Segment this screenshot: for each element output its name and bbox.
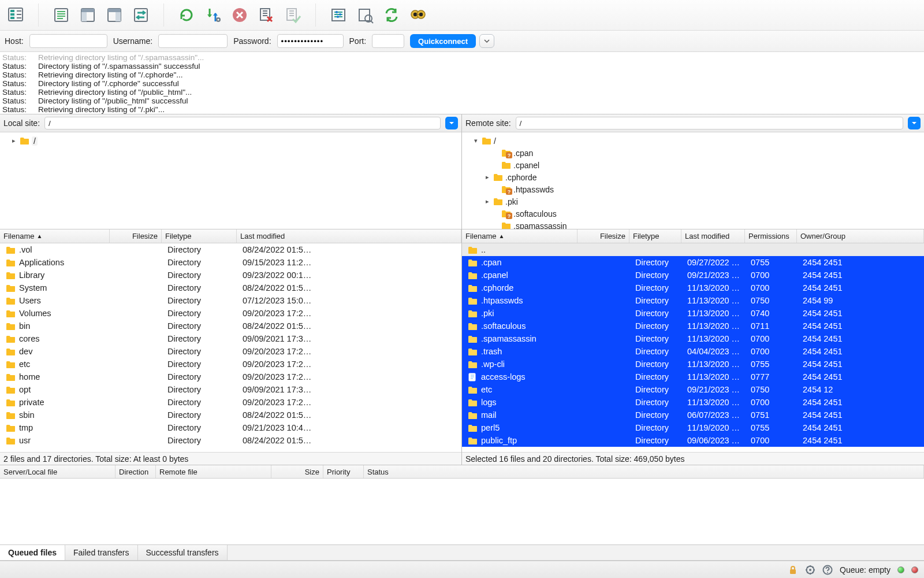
local-file-header[interactable]: Filename▲FilesizeFiletypeLast modified <box>0 229 461 243</box>
expand-icon[interactable]: ▸ <box>484 173 491 181</box>
local-file-list[interactable]: .volDirectory08/24/2022 01:5…Application… <box>0 243 461 452</box>
remote-file-list[interactable]: ...cpanDirectory09/27/2022 1…07552454 24… <box>462 243 924 452</box>
queue-tab[interactable]: Successful transfers <box>138 545 228 560</box>
column-header[interactable]: Filetype <box>162 229 237 243</box>
help-icon[interactable] <box>822 565 833 575</box>
password-input[interactable] <box>277 34 344 48</box>
host-input[interactable] <box>29 34 107 48</box>
sync-browse-button[interactable] <box>381 4 403 26</box>
compare-button[interactable] <box>354 4 376 26</box>
transfer-queue-list[interactable] <box>0 479 924 544</box>
column-header[interactable]: Direction <box>116 465 156 478</box>
quickconnect-button[interactable]: Quickconnect <box>410 34 476 48</box>
file-row[interactable]: etcDirectory09/21/2023 1…07502454 12 <box>462 383 924 396</box>
column-header[interactable]: Server/Local file <box>0 465 116 478</box>
message-log[interactable]: Status:Retrieving directory listing of "… <box>0 52 924 114</box>
tree-item[interactable]: .spamassassin <box>462 220 924 229</box>
column-header[interactable]: Last modified <box>237 229 461 243</box>
port-input[interactable] <box>372 34 404 48</box>
column-header[interactable]: Filesize <box>578 229 629 243</box>
file-row[interactable]: devDirectory09/20/2023 17:2… <box>0 345 461 358</box>
file-row[interactable]: sbinDirectory08/24/2022 01:5… <box>0 409 461 421</box>
cancel-button[interactable] <box>229 4 251 26</box>
file-row[interactable]: LibraryDirectory09/23/2022 00:1… <box>0 269 461 281</box>
file-row[interactable]: coresDirectory09/09/2021 17:3… <box>0 332 461 345</box>
column-header[interactable]: Last modified <box>681 229 745 243</box>
file-row[interactable]: logsDirectory11/13/2020 0…07002454 2451 <box>462 396 924 409</box>
remote-file-header[interactable]: Filename▲FilesizeFiletypeLast modifiedPe… <box>462 229 924 243</box>
file-row[interactable]: VolumesDirectory09/20/2023 17:2… <box>0 307 461 320</box>
file-row[interactable]: .spamassassinDirectory11/13/2020 0…07002… <box>462 332 924 345</box>
site-manager-button[interactable] <box>5 4 27 26</box>
transfer-queue-header[interactable]: Server/Local fileDirectionRemote fileSiz… <box>0 465 924 479</box>
expand-icon[interactable]: ▸ <box>484 198 491 205</box>
column-header[interactable]: Status <box>364 465 924 478</box>
file-row[interactable]: .trashDirectory04/04/2023 …07002454 2451 <box>462 345 924 358</box>
column-header[interactable]: Priority <box>323 465 364 478</box>
expand-icon[interactable] <box>492 150 499 157</box>
expand-icon[interactable]: ▸ <box>10 137 17 144</box>
reconnect-button[interactable] <box>282 4 304 26</box>
local-directory-tree[interactable]: ▸/ <box>0 132 461 229</box>
file-row[interactable]: .softaculousDirectory11/13/2020 0…071124… <box>462 320 924 332</box>
file-row[interactable]: etcDirectory09/20/2023 17:2… <box>0 358 461 370</box>
file-row[interactable]: .wp-cliDirectory11/13/2020 0…07552454 24… <box>462 358 924 370</box>
file-row[interactable]: public_ftpDirectory09/06/2023 …07002454 … <box>462 434 924 447</box>
tree-item[interactable]: ?.cpan <box>462 147 924 159</box>
file-row[interactable]: SystemDirectory08/24/2022 01:5… <box>0 281 461 294</box>
file-row[interactable]: .pkiDirectory11/13/2020 0…07402454 2451 <box>462 307 924 320</box>
queue-tab[interactable]: Failed transfers <box>65 545 137 560</box>
tree-item[interactable]: ?.htpasswds <box>462 183 924 195</box>
expand-icon[interactable] <box>492 223 499 229</box>
column-header[interactable]: Filetype <box>629 229 681 243</box>
file-row[interactable]: mailDirectory06/07/2023 1…07512454 2451 <box>462 409 924 421</box>
toggle-remote-tree-button[interactable] <box>103 4 125 26</box>
username-input[interactable] <box>158 34 228 48</box>
remote-path-input[interactable]: / <box>516 117 903 129</box>
tree-item[interactable]: .cpanel <box>462 159 924 171</box>
tree-item[interactable]: ▸/ <box>0 135 461 147</box>
tree-item[interactable]: ▸.pki <box>462 195 924 208</box>
file-row[interactable]: binDirectory08/24/2022 01:5… <box>0 320 461 332</box>
tree-item[interactable]: ▸.cphorde <box>462 171 924 183</box>
expand-icon[interactable]: ▾ <box>472 137 479 144</box>
expand-icon[interactable] <box>492 210 499 217</box>
quickconnect-history-dropdown[interactable] <box>479 34 494 48</box>
file-row[interactable]: homeDirectory09/20/2023 17:2… <box>0 370 461 383</box>
file-row[interactable]: .cpanelDirectory09/21/2023 1…07002454 24… <box>462 269 924 281</box>
column-header[interactable]: Filename▲ <box>462 229 578 243</box>
remote-path-dropdown[interactable] <box>908 117 921 129</box>
settings-icon[interactable] <box>805 565 815 575</box>
file-row[interactable]: .volDirectory08/24/2022 01:5… <box>0 243 461 256</box>
column-header[interactable]: Owner/Group <box>797 229 924 243</box>
toggle-local-tree-button[interactable] <box>77 4 99 26</box>
refresh-button[interactable] <box>176 4 198 26</box>
column-header[interactable]: Filename▲ <box>0 229 110 243</box>
tree-item[interactable]: ?.softaculous <box>462 208 924 220</box>
file-row[interactable]: .cphordeDirectory11/13/2020 0…07002454 2… <box>462 281 924 294</box>
remote-directory-tree[interactable]: ▾/?.cpan.cpanel▸.cphorde?.htpasswds▸.pki… <box>462 132 924 229</box>
process-queue-button[interactable] <box>202 4 224 26</box>
file-row[interactable]: privateDirectory09/20/2023 17:2… <box>0 396 461 409</box>
file-row[interactable]: access-logsDirectory11/13/2020 0…0777245… <box>462 370 924 383</box>
local-path-dropdown[interactable] <box>445 117 458 129</box>
parent-dir-row[interactable]: .. <box>462 243 924 256</box>
toggle-queue-button[interactable] <box>130 4 152 26</box>
file-row[interactable]: .htpasswdsDirectory11/13/2020 0…07502454… <box>462 294 924 307</box>
local-path-input[interactable]: / <box>44 117 441 129</box>
encryption-icon[interactable] <box>788 565 798 575</box>
column-header[interactable]: Permissions <box>745 229 797 243</box>
filter-button[interactable] <box>327 4 349 26</box>
toggle-log-button[interactable] <box>50 4 72 26</box>
file-row[interactable]: optDirectory09/09/2021 17:3… <box>0 383 461 396</box>
column-header[interactable]: Remote file <box>156 465 271 478</box>
file-row[interactable]: tmpDirectory09/21/2023 10:4… <box>0 421 461 434</box>
tree-item[interactable]: ▾/ <box>462 135 924 147</box>
file-row[interactable]: usrDirectory08/24/2022 01:5… <box>0 434 461 447</box>
file-row[interactable]: .cpanDirectory09/27/2022 1…07552454 2451 <box>462 256 924 269</box>
column-header[interactable]: Filesize <box>110 229 162 243</box>
queue-tab[interactable]: Queued files <box>0 545 65 560</box>
file-row[interactable]: perl5Directory11/19/2020 0…07552454 2451 <box>462 421 924 434</box>
expand-icon[interactable] <box>492 162 499 169</box>
file-row[interactable]: ApplicationsDirectory09/15/2023 11:2… <box>0 256 461 269</box>
